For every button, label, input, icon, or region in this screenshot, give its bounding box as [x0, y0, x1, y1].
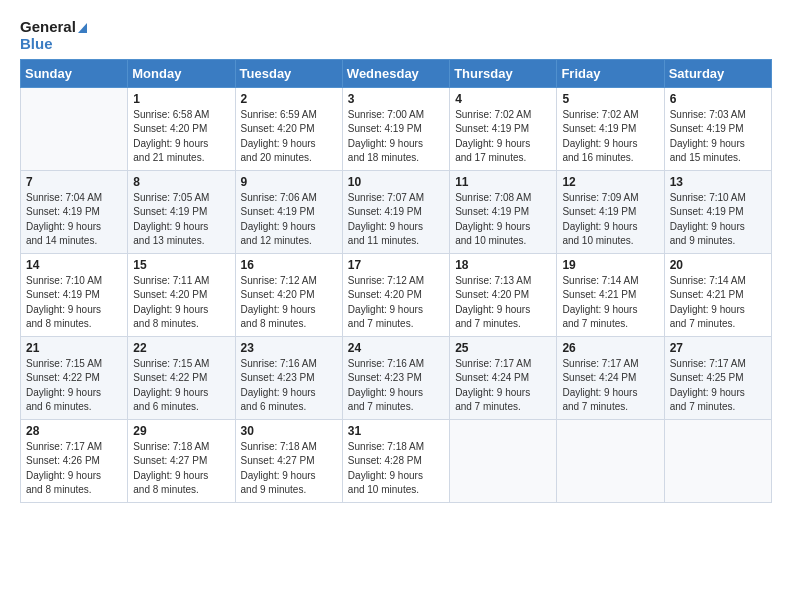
day-info: Sunrise: 7:11 AM Sunset: 4:20 PM Dayligh… [133, 274, 229, 332]
day-info: Sunrise: 7:17 AM Sunset: 4:24 PM Dayligh… [562, 357, 658, 415]
calendar-cell: 30Sunrise: 7:18 AM Sunset: 4:27 PM Dayli… [235, 419, 342, 502]
day-info: Sunrise: 7:10 AM Sunset: 4:19 PM Dayligh… [670, 191, 766, 249]
day-info: Sunrise: 7:07 AM Sunset: 4:19 PM Dayligh… [348, 191, 444, 249]
day-info: Sunrise: 7:14 AM Sunset: 4:21 PM Dayligh… [562, 274, 658, 332]
calendar-cell: 22Sunrise: 7:15 AM Sunset: 4:22 PM Dayli… [128, 336, 235, 419]
day-info: Sunrise: 7:14 AM Sunset: 4:21 PM Dayligh… [670, 274, 766, 332]
day-number: 18 [455, 258, 551, 272]
calendar-cell [557, 419, 664, 502]
calendar-cell: 8Sunrise: 7:05 AM Sunset: 4:19 PM Daylig… [128, 170, 235, 253]
day-number: 19 [562, 258, 658, 272]
day-number: 8 [133, 175, 229, 189]
week-row-1: 1Sunrise: 6:58 AM Sunset: 4:20 PM Daylig… [21, 87, 772, 170]
calendar-cell: 10Sunrise: 7:07 AM Sunset: 4:19 PM Dayli… [342, 170, 449, 253]
calendar-cell: 19Sunrise: 7:14 AM Sunset: 4:21 PM Dayli… [557, 253, 664, 336]
week-row-2: 7Sunrise: 7:04 AM Sunset: 4:19 PM Daylig… [21, 170, 772, 253]
day-number: 21 [26, 341, 122, 355]
calendar-cell: 9Sunrise: 7:06 AM Sunset: 4:19 PM Daylig… [235, 170, 342, 253]
day-number: 20 [670, 258, 766, 272]
calendar-cell: 25Sunrise: 7:17 AM Sunset: 4:24 PM Dayli… [450, 336, 557, 419]
calendar-table: SundayMondayTuesdayWednesdayThursdayFrid… [20, 59, 772, 503]
day-info: Sunrise: 7:15 AM Sunset: 4:22 PM Dayligh… [26, 357, 122, 415]
day-info: Sunrise: 7:04 AM Sunset: 4:19 PM Dayligh… [26, 191, 122, 249]
day-number: 27 [670, 341, 766, 355]
day-number: 4 [455, 92, 551, 106]
calendar-cell: 28Sunrise: 7:17 AM Sunset: 4:26 PM Dayli… [21, 419, 128, 502]
calendar-cell: 23Sunrise: 7:16 AM Sunset: 4:23 PM Dayli… [235, 336, 342, 419]
day-info: Sunrise: 7:18 AM Sunset: 4:28 PM Dayligh… [348, 440, 444, 498]
week-row-3: 14Sunrise: 7:10 AM Sunset: 4:19 PM Dayli… [21, 253, 772, 336]
calendar-cell: 3Sunrise: 7:00 AM Sunset: 4:19 PM Daylig… [342, 87, 449, 170]
day-info: Sunrise: 7:13 AM Sunset: 4:20 PM Dayligh… [455, 274, 551, 332]
day-number: 5 [562, 92, 658, 106]
day-number: 15 [133, 258, 229, 272]
day-info: Sunrise: 7:12 AM Sunset: 4:20 PM Dayligh… [348, 274, 444, 332]
day-info: Sunrise: 7:18 AM Sunset: 4:27 PM Dayligh… [133, 440, 229, 498]
day-info: Sunrise: 7:00 AM Sunset: 4:19 PM Dayligh… [348, 108, 444, 166]
calendar-cell: 29Sunrise: 7:18 AM Sunset: 4:27 PM Dayli… [128, 419, 235, 502]
day-number: 28 [26, 424, 122, 438]
day-header-monday: Monday [128, 59, 235, 87]
calendar-cell: 15Sunrise: 7:11 AM Sunset: 4:20 PM Dayli… [128, 253, 235, 336]
day-info: Sunrise: 7:08 AM Sunset: 4:19 PM Dayligh… [455, 191, 551, 249]
day-number: 1 [133, 92, 229, 106]
day-info: Sunrise: 6:59 AM Sunset: 4:20 PM Dayligh… [241, 108, 337, 166]
calendar-cell: 1Sunrise: 6:58 AM Sunset: 4:20 PM Daylig… [128, 87, 235, 170]
day-info: Sunrise: 7:15 AM Sunset: 4:22 PM Dayligh… [133, 357, 229, 415]
calendar-cell [21, 87, 128, 170]
calendar-cell: 14Sunrise: 7:10 AM Sunset: 4:19 PM Dayli… [21, 253, 128, 336]
day-number: 24 [348, 341, 444, 355]
calendar-cell: 21Sunrise: 7:15 AM Sunset: 4:22 PM Dayli… [21, 336, 128, 419]
week-row-4: 21Sunrise: 7:15 AM Sunset: 4:22 PM Dayli… [21, 336, 772, 419]
calendar-cell [664, 419, 771, 502]
day-header-wednesday: Wednesday [342, 59, 449, 87]
day-number: 10 [348, 175, 444, 189]
calendar-cell: 4Sunrise: 7:02 AM Sunset: 4:19 PM Daylig… [450, 87, 557, 170]
day-info: Sunrise: 7:06 AM Sunset: 4:19 PM Dayligh… [241, 191, 337, 249]
day-number: 17 [348, 258, 444, 272]
day-info: Sunrise: 7:02 AM Sunset: 4:19 PM Dayligh… [455, 108, 551, 166]
day-number: 22 [133, 341, 229, 355]
day-number: 26 [562, 341, 658, 355]
day-number: 23 [241, 341, 337, 355]
day-info: Sunrise: 7:16 AM Sunset: 4:23 PM Dayligh… [241, 357, 337, 415]
day-info: Sunrise: 7:16 AM Sunset: 4:23 PM Dayligh… [348, 357, 444, 415]
day-number: 3 [348, 92, 444, 106]
day-header-tuesday: Tuesday [235, 59, 342, 87]
calendar-cell: 17Sunrise: 7:12 AM Sunset: 4:20 PM Dayli… [342, 253, 449, 336]
day-info: Sunrise: 7:09 AM Sunset: 4:19 PM Dayligh… [562, 191, 658, 249]
calendar-cell: 6Sunrise: 7:03 AM Sunset: 4:19 PM Daylig… [664, 87, 771, 170]
day-header-friday: Friday [557, 59, 664, 87]
day-number: 7 [26, 175, 122, 189]
day-number: 25 [455, 341, 551, 355]
calendar-cell: 24Sunrise: 7:16 AM Sunset: 4:23 PM Dayli… [342, 336, 449, 419]
day-info: Sunrise: 6:58 AM Sunset: 4:20 PM Dayligh… [133, 108, 229, 166]
day-info: Sunrise: 7:17 AM Sunset: 4:25 PM Dayligh… [670, 357, 766, 415]
day-info: Sunrise: 7:02 AM Sunset: 4:19 PM Dayligh… [562, 108, 658, 166]
day-info: Sunrise: 7:17 AM Sunset: 4:24 PM Dayligh… [455, 357, 551, 415]
calendar-cell: 20Sunrise: 7:14 AM Sunset: 4:21 PM Dayli… [664, 253, 771, 336]
day-info: Sunrise: 7:12 AM Sunset: 4:20 PM Dayligh… [241, 274, 337, 332]
day-header-thursday: Thursday [450, 59, 557, 87]
logo: General Blue [20, 18, 87, 53]
days-header-row: SundayMondayTuesdayWednesdayThursdayFrid… [21, 59, 772, 87]
logo-general: General [20, 18, 87, 35]
calendar-cell [450, 419, 557, 502]
logo-text-block: General Blue [20, 18, 87, 53]
calendar-cell: 12Sunrise: 7:09 AM Sunset: 4:19 PM Dayli… [557, 170, 664, 253]
calendar-cell: 7Sunrise: 7:04 AM Sunset: 4:19 PM Daylig… [21, 170, 128, 253]
header: General Blue [20, 18, 772, 53]
day-number: 13 [670, 175, 766, 189]
calendar-cell: 18Sunrise: 7:13 AM Sunset: 4:20 PM Dayli… [450, 253, 557, 336]
calendar-cell: 5Sunrise: 7:02 AM Sunset: 4:19 PM Daylig… [557, 87, 664, 170]
calendar-cell: 16Sunrise: 7:12 AM Sunset: 4:20 PM Dayli… [235, 253, 342, 336]
day-info: Sunrise: 7:18 AM Sunset: 4:27 PM Dayligh… [241, 440, 337, 498]
day-info: Sunrise: 7:10 AM Sunset: 4:19 PM Dayligh… [26, 274, 122, 332]
week-row-5: 28Sunrise: 7:17 AM Sunset: 4:26 PM Dayli… [21, 419, 772, 502]
day-header-sunday: Sunday [21, 59, 128, 87]
calendar-cell: 27Sunrise: 7:17 AM Sunset: 4:25 PM Dayli… [664, 336, 771, 419]
day-info: Sunrise: 7:03 AM Sunset: 4:19 PM Dayligh… [670, 108, 766, 166]
logo-blue: Blue [20, 35, 87, 52]
calendar-cell: 26Sunrise: 7:17 AM Sunset: 4:24 PM Dayli… [557, 336, 664, 419]
day-number: 31 [348, 424, 444, 438]
